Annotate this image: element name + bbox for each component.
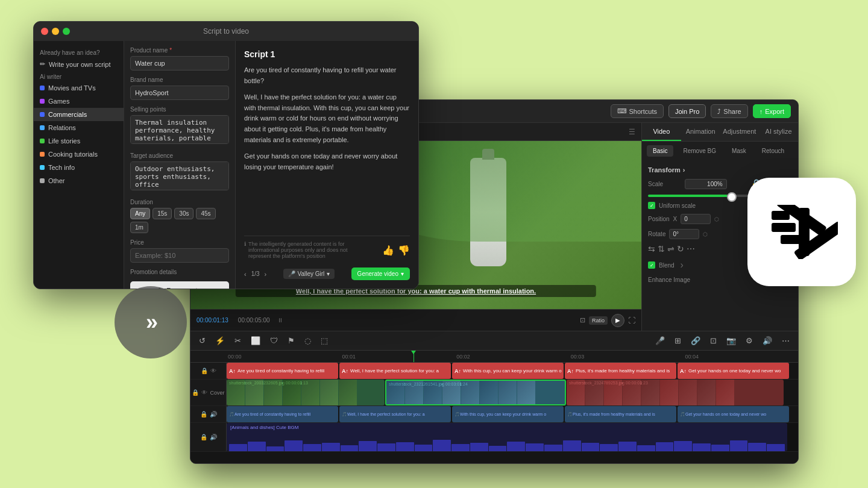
audio-tool[interactable]: 🎤 <box>653 335 667 346</box>
split-tool[interactable]: ⚡ <box>213 335 227 346</box>
trim-tool[interactable]: ✂ <box>232 335 244 346</box>
export-button[interactable]: ↑ Export <box>753 104 791 118</box>
play-button[interactable]: ▶ <box>611 314 624 327</box>
fit-icon[interactable]: ⊡ <box>580 316 585 324</box>
voice-selector[interactable]: 🎤 Valley Girl ▾ <box>283 269 335 279</box>
video-clips: shutterstock_2003232605.jpg 00:00:01:13 <box>227 380 798 405</box>
crop-tool[interactable]: ⬜ <box>248 335 263 346</box>
tab-ai-stylize[interactable]: AI stylize <box>759 123 798 141</box>
narr-clip-4[interactable]: 🎵 Plus, it's made from healthy materials… <box>565 406 676 422</box>
blend-checkbox[interactable]: ✓ <box>648 261 655 269</box>
text-clip-1[interactable]: A↑ Are you tired of constantly having to… <box>227 363 338 379</box>
settings-icon[interactable]: ⚙ <box>743 335 755 346</box>
narr-lock-icon[interactable]: 🔒 <box>200 411 207 418</box>
marker-tool[interactable]: ⚑ <box>285 335 297 346</box>
video-eye-icon[interactable]: 👁 <box>201 389 207 396</box>
ratio-btn[interactable]: Ratio <box>589 316 608 325</box>
music-lock-icon[interactable]: 🔒 <box>200 434 207 440</box>
tab-video[interactable]: Video <box>642 123 681 141</box>
lock-icon[interactable]: 🔒 <box>201 368 208 374</box>
subtab-mask[interactable]: Mask <box>726 145 752 157</box>
target-audience-textarea[interactable]: Outdoor enthusiasts, sports enthusiasts,… <box>130 161 229 190</box>
join-pro-button[interactable]: Join Pro <box>668 104 706 118</box>
prev-page-btn[interactable]: ‹ <box>244 271 247 278</box>
sidebar-item-games[interactable]: Games <box>34 95 124 108</box>
split-icon[interactable]: ⊡ <box>708 335 719 346</box>
flip-h-icon[interactable]: ⇆ <box>648 244 655 254</box>
frame-tool[interactable]: ⬚ <box>318 335 330 346</box>
tab-animation[interactable]: Animation <box>681 123 720 141</box>
volume-icon[interactable]: 🔊 <box>760 335 775 346</box>
sidebar-item-cooking[interactable]: Cooking tutorials <box>34 148 124 161</box>
selling-points-textarea[interactable]: Thermal insulation performance, healthy … <box>130 115 229 144</box>
undo-button[interactable]: ↺ <box>197 335 208 346</box>
playhead[interactable] <box>414 351 414 362</box>
sidebar-item-write-own[interactable]: ✏ Write your own script <box>34 57 124 71</box>
like-icon[interactable]: 👍 <box>382 245 394 256</box>
narr-icon-4: 🎵 <box>567 412 573 417</box>
mirror-icon[interactable]: ⇌ <box>667 244 675 254</box>
duration-45s[interactable]: 45s <box>196 208 215 219</box>
wave-3 <box>266 446 285 451</box>
duration-30s[interactable]: 30s <box>174 208 193 219</box>
generate-video-button[interactable]: Generate video ▾ <box>351 267 410 280</box>
narr-clip-2[interactable]: 🎵 Well, I have the perfect solution for … <box>339 406 451 422</box>
text-clip-5[interactable]: A↑ Get your hands on one today and never… <box>678 363 789 379</box>
flip-v-icon[interactable]: ⇅ <box>658 244 665 254</box>
camera-icon[interactable]: 📷 <box>724 335 738 346</box>
sidebar-item-life-stories[interactable]: Life stories <box>34 134 124 148</box>
rotate-cw-icon[interactable]: ↻ <box>677 244 684 254</box>
circle-tool[interactable]: ◌ <box>302 335 313 346</box>
player-menu-icon[interactable]: ☰ <box>629 128 635 136</box>
position-x-input[interactable] <box>681 214 711 224</box>
duration-1m[interactable]: 1m <box>130 222 148 233</box>
shortcuts-button[interactable]: ⌨ Shortcuts <box>611 104 664 118</box>
link-icon[interactable]: 🔗 <box>688 335 703 346</box>
brand-name-input[interactable] <box>130 86 229 100</box>
duration-any[interactable]: Any <box>130 208 150 219</box>
rotate-input[interactable] <box>669 229 699 239</box>
uniform-scale-checkbox[interactable]: ✓ <box>648 202 655 209</box>
narr-clip-5[interactable]: 🎵 Get your hands on one today and never … <box>678 406 789 422</box>
zoom-in-icon[interactable]: ⊞ <box>672 335 684 346</box>
eye-icon[interactable]: 👁 <box>210 368 216 374</box>
subtab-remove-bg[interactable]: Remove BG <box>677 145 722 157</box>
next-page-btn[interactable]: › <box>265 271 267 278</box>
video-clip-1[interactable]: shutterstock_2003232605.jpg 00:00:01:13 <box>227 380 385 405</box>
video-clip-2[interactable]: shutterstock_2321261541.jpg 00:03:01:24 <box>385 380 566 405</box>
subtab-retouch[interactable]: Retouch <box>756 145 790 157</box>
maximize-button[interactable] <box>63 28 70 35</box>
music-clip[interactable]: [Animals and dishes] Cute BGM <box>227 423 787 451</box>
position-label: Position <box>648 216 670 222</box>
timeline-settings[interactable]: ⋯ <box>779 335 792 346</box>
minimize-button[interactable] <box>52 28 59 35</box>
narr-vol-icon[interactable]: 🔊 <box>210 411 217 418</box>
tab-adjustment[interactable]: Adjustment <box>720 123 760 141</box>
sidebar-item-relations[interactable]: Relations <box>34 121 124 134</box>
narration-clips: 🎵 Are you tired of constantly having to … <box>227 406 798 422</box>
more-icon[interactable]: ⋯ <box>687 244 695 254</box>
fullscreen-icon[interactable]: ⛶ <box>628 316 635 325</box>
duration-15s[interactable]: 15s <box>153 208 172 219</box>
narr-clip-3[interactable]: 🎵 With this cup, you can keep your drink… <box>452 406 564 422</box>
sidebar-item-other[interactable]: Other <box>34 174 124 187</box>
video-clip-3[interactable]: shutterstock_2324789253.jpg 00:00:01:23 <box>567 380 784 405</box>
music-track-content: [Animals and dishes] Cute BGM <box>227 423 798 451</box>
price-input[interactable] <box>130 248 229 263</box>
shield-tool[interactable]: 🛡 <box>268 335 280 346</box>
text-clip-2[interactable]: A↑ Well, I have the perfect solution for… <box>339 363 451 379</box>
disclaimer: ℹ The intelligently generated content is… <box>244 241 365 259</box>
product-name-input[interactable] <box>130 56 229 70</box>
music-vol-icon[interactable]: 🔊 <box>210 434 217 440</box>
text-clip-3[interactable]: A↑ With this cup, you can keep your drin… <box>452 363 564 379</box>
text-clip-4[interactable]: A↑ Plus, it's made from healthy material… <box>565 363 676 379</box>
dislike-icon[interactable]: 👎 <box>398 245 410 256</box>
share-button[interactable]: ⤴ Share <box>711 104 747 118</box>
sidebar-item-movies[interactable]: Movies and TVs <box>34 81 124 95</box>
close-button[interactable] <box>41 28 48 35</box>
video-lock-icon[interactable]: 🔒 <box>192 389 199 396</box>
sidebar-item-commercials[interactable]: Commercials <box>34 108 124 121</box>
sidebar-item-tech[interactable]: Tech info <box>34 161 124 174</box>
narr-clip-1[interactable]: 🎵 Are you tired of constantly having to … <box>227 406 338 422</box>
subtab-basic[interactable]: Basic <box>647 145 673 157</box>
